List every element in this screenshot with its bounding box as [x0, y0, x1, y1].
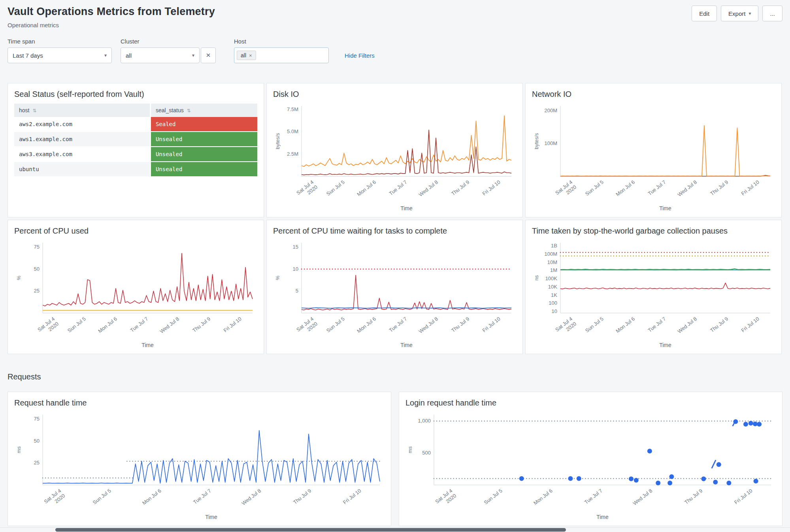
svg-text:%: %	[275, 275, 281, 280]
edit-button[interactable]: Edit	[692, 6, 717, 21]
svg-text:Time: Time	[400, 205, 413, 211]
svg-text:500: 500	[422, 450, 431, 456]
svg-text:Wed Jul 8: Wed Jul 8	[418, 316, 439, 334]
svg-text:Wed Jul 8: Wed Jul 8	[632, 488, 654, 506]
seal-status-cell[interactable]: Unsealed	[150, 132, 257, 147]
scrollbar-thumb[interactable]	[55, 528, 566, 532]
svg-text:bytes/s: bytes/s	[275, 133, 281, 149]
svg-text:Tue Jul 7: Tue Jul 7	[192, 488, 212, 505]
host-tag[interactable]: all×	[237, 51, 256, 60]
host-multiselect[interactable]: all×	[234, 47, 329, 63]
more-button[interactable]: ...	[762, 6, 782, 21]
seal-status-cell[interactable]: Sealed	[150, 117, 257, 132]
svg-text:Sun Jul 5: Sun Jul 5	[584, 316, 605, 334]
host-cell[interactable]: ubuntu	[14, 162, 150, 177]
table-row[interactable]: aws2.example.com Sealed	[14, 117, 257, 132]
svg-text:Sun Jul 5: Sun Jul 5	[325, 179, 346, 197]
time-span-value: Last 7 days	[13, 52, 43, 59]
panel-title: Percent of CPU time waiting for tasks to…	[273, 226, 516, 236]
svg-text:1,000: 1,000	[418, 418, 431, 424]
svg-text:Mon Jul 6: Mon Jul 6	[615, 179, 636, 198]
time-span-dropdown[interactable]: Last 7 days ▾	[8, 47, 112, 63]
chevron-down-icon: ▾	[192, 53, 194, 58]
dashboard-page: Vault Operations Metrics from Telemetry …	[0, 0, 790, 526]
cpu-used-chart[interactable]: 255075Sat Jul 42020Sun Jul 5Mon Jul 6Tue…	[14, 237, 258, 351]
host-cell[interactable]: aws1.example.com	[14, 132, 150, 147]
svg-text:Sun Jul 5: Sun Jul 5	[92, 488, 112, 506]
svg-text:10M: 10M	[547, 259, 557, 265]
export-button[interactable]: Export▾	[721, 6, 758, 21]
clear-cluster-button[interactable]: ✕	[201, 47, 216, 63]
horizontal-scrollbar[interactable]	[0, 527, 790, 532]
cluster-label: Cluster	[121, 38, 216, 45]
panel-login-request-handle-time: Login request handle time 5001,000Sat Ju…	[399, 392, 782, 526]
host-label: Host	[234, 38, 329, 45]
svg-text:Fri Jul 10: Fri Jul 10	[733, 488, 753, 506]
filter-bar: Time span Last 7 days ▾ Cluster all ▾ ✕ …	[8, 38, 782, 63]
svg-text:Thu Jul 9: Thu Jul 9	[450, 179, 470, 197]
cluster-controls: all ▾ ✕	[121, 47, 216, 63]
svg-text:Time: Time	[400, 342, 413, 348]
svg-text:Sun Jul 5: Sun Jul 5	[66, 316, 87, 334]
svg-text:Thu Jul 9: Thu Jul 9	[292, 488, 312, 506]
svg-text:Sun Jul 5: Sun Jul 5	[325, 316, 346, 334]
column-header-host[interactable]: host⇅	[14, 104, 150, 117]
svg-text:Tue Jul 7: Tue Jul 7	[129, 316, 149, 333]
svg-text:Mon Jul 6: Mon Jul 6	[356, 179, 377, 198]
svg-text:7.5M: 7.5M	[287, 106, 298, 112]
svg-text:ms: ms	[16, 446, 22, 453]
sort-icon: ⇅	[187, 108, 191, 113]
remove-tag-icon[interactable]: ×	[249, 53, 252, 58]
svg-text:Wed Jul 8: Wed Jul 8	[159, 316, 181, 334]
svg-text:10: 10	[552, 308, 557, 314]
svg-text:ns: ns	[534, 275, 539, 281]
svg-text:5.0M: 5.0M	[287, 128, 298, 134]
table-row[interactable]: aws1.example.com Unsealed	[14, 132, 257, 147]
svg-text:Tue Jul 7: Tue Jul 7	[388, 316, 408, 333]
panel-row-2: Percent of CPU used 255075Sat Jul 42020S…	[8, 220, 782, 354]
title-block: Vault Operations Metrics from Telemetry …	[8, 6, 215, 28]
requests-section-title: Requests	[8, 372, 782, 381]
svg-text:Sun Jul 5: Sun Jul 5	[584, 179, 605, 197]
panel-row-1: Seal Status (self-reported from Vault) h…	[8, 83, 782, 217]
table-row[interactable]: ubuntu Unsealed	[14, 162, 257, 177]
cluster-dropdown[interactable]: all ▾	[121, 47, 200, 63]
chevron-down-icon: ▾	[104, 53, 107, 58]
hide-filters-link[interactable]: Hide Filters	[345, 52, 375, 59]
close-icon: ✕	[206, 52, 211, 59]
dashboard-header: Vault Operations Metrics from Telemetry …	[8, 6, 782, 28]
cluster-value: all	[126, 52, 132, 59]
request-handle-time-chart[interactable]: 255075Sat Jul 42020Sun Jul 5Mon Jul 6Tue…	[14, 409, 385, 523]
svg-text:Tue Jul 7: Tue Jul 7	[388, 179, 408, 196]
svg-text:Time: Time	[596, 514, 609, 520]
host-cell[interactable]: aws2.example.com	[14, 117, 150, 132]
time-span-label: Time span	[8, 38, 112, 45]
page-subtitle: Operational metrics	[8, 22, 215, 28]
network-io-chart[interactable]: 100M200MSat Jul 42020Sun Jul 5Mon Jul 6T…	[532, 100, 776, 214]
gc-pauses-chart[interactable]: 101001K10K100K1M10M100M1BSat Jul 42020Su…	[532, 237, 776, 351]
login-request-handle-time-chart[interactable]: 5001,000Sat Jul 42020Sun Jul 5Mon Jul 6T…	[405, 409, 777, 523]
chevron-down-icon: ▾	[749, 11, 751, 16]
svg-text:75: 75	[34, 416, 40, 422]
svg-text:50: 50	[34, 266, 40, 272]
svg-text:75: 75	[34, 244, 40, 250]
svg-text:5: 5	[296, 288, 298, 294]
column-header-seal-status[interactable]: seal_status⇅	[150, 104, 257, 117]
seal-status-cell[interactable]: Unsealed	[150, 162, 257, 177]
svg-text:Thu Jul 9: Thu Jul 9	[450, 316, 470, 334]
svg-text:100M: 100M	[544, 140, 557, 146]
cpu-wait-chart[interactable]: 51015Sat Jul 42020Sun Jul 5Mon Jul 6Tue …	[273, 237, 517, 351]
disk-io-chart[interactable]: 2.5M5.0M7.5MSat Jul 42020Sun Jul 5Mon Ju…	[273, 100, 517, 214]
table-row[interactable]: aws3.example.com Unsealed	[14, 147, 257, 162]
svg-text:Wed Jul 8: Wed Jul 8	[677, 179, 698, 198]
svg-text:Mon Jul 6: Mon Jul 6	[356, 316, 377, 334]
cluster-filter: Cluster all ▾ ✕	[121, 38, 216, 63]
panel-cpu-wait: Percent of CPU time waiting for tasks to…	[266, 220, 523, 354]
export-label: Export	[728, 10, 745, 17]
host-cell[interactable]: aws3.example.com	[14, 147, 150, 162]
seal-status-cell[interactable]: Unsealed	[150, 147, 257, 162]
panel-title: Time taken by stop-the-world garbage col…	[532, 226, 775, 236]
panel-title: Network IO	[532, 90, 775, 99]
panel-title: Request handle time	[14, 398, 385, 407]
host-filter-input[interactable]	[258, 52, 326, 59]
